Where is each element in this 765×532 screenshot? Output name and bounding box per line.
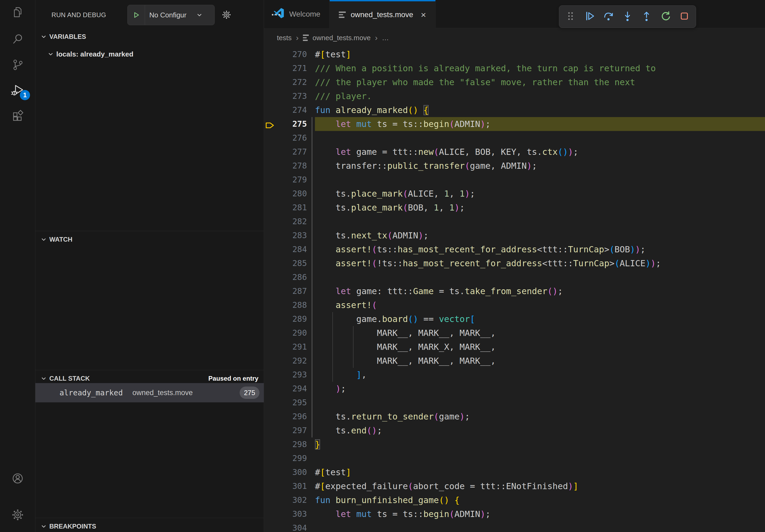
line-number[interactable]: 282 bbox=[277, 215, 307, 228]
line-number[interactable]: 299 bbox=[277, 451, 307, 465]
breakpoint-margin[interactable] bbox=[264, 103, 277, 117]
line-number[interactable]: 278 bbox=[277, 159, 307, 173]
line-number[interactable]: 297 bbox=[277, 423, 307, 437]
activity-item-source-control[interactable] bbox=[0, 53, 35, 78]
code-line-299[interactable]: 299 bbox=[264, 451, 765, 465]
breakpoint-margin[interactable] bbox=[264, 270, 277, 284]
line-number[interactable]: 289 bbox=[277, 312, 307, 326]
code-text[interactable]: ts.place_mark(ALICE, 1, 1); bbox=[315, 187, 765, 201]
breakpoint-margin[interactable] bbox=[264, 382, 277, 396]
breakpoint-margin[interactable] bbox=[264, 465, 277, 479]
stack-frame-row[interactable]: already_marked owned_tests.move 275 bbox=[35, 383, 264, 402]
code-line-296[interactable]: 296 ts.return_to_sender(game); bbox=[264, 409, 765, 423]
breadcrumb-item[interactable]: … bbox=[382, 34, 389, 42]
line-number[interactable]: 279 bbox=[277, 173, 307, 187]
code-text[interactable]: ts.return_to_sender(game); bbox=[315, 409, 765, 423]
code-text[interactable]: transfer::public_transfer(game, ADMIN); bbox=[315, 159, 765, 173]
breakpoint-margin[interactable] bbox=[264, 256, 277, 270]
breakpoint-margin[interactable] bbox=[264, 242, 277, 256]
code-text[interactable] bbox=[315, 270, 765, 284]
more-actions-icon[interactable] bbox=[272, 14, 280, 16]
code-text[interactable]: let mut ts = ts::begin(ADMIN); bbox=[315, 507, 765, 521]
breakpoint-margin[interactable] bbox=[264, 507, 277, 521]
code-line-302[interactable]: 302fun burn_unfinished_game() { bbox=[264, 493, 765, 507]
stop-button[interactable] bbox=[677, 9, 692, 24]
code-text[interactable]: game.board() == vector[ bbox=[315, 312, 765, 326]
step-out-button[interactable] bbox=[639, 9, 654, 24]
code-text[interactable] bbox=[315, 215, 765, 228]
step-over-button[interactable] bbox=[601, 9, 616, 24]
continue-button[interactable] bbox=[582, 9, 597, 24]
breakpoint-margin[interactable] bbox=[264, 479, 277, 493]
code-text[interactable]: assert!(!ts::has_most_recent_for_address… bbox=[315, 256, 765, 270]
line-number[interactable]: 295 bbox=[277, 396, 307, 409]
code-text[interactable]: #[test] bbox=[315, 465, 765, 479]
line-number[interactable]: 276 bbox=[277, 131, 307, 145]
line-number[interactable]: 274 bbox=[277, 103, 307, 117]
line-number[interactable]: 294 bbox=[277, 382, 307, 396]
code-line-292[interactable]: 292 MARK__, MARK__, MARK__, bbox=[264, 354, 765, 368]
line-number[interactable]: 303 bbox=[277, 507, 307, 521]
code-editor[interactable]: 270#[test]271/// When a position is alre… bbox=[264, 47, 765, 532]
code-text[interactable] bbox=[315, 451, 765, 465]
breakpoint-margin[interactable] bbox=[264, 47, 277, 61]
breakpoint-margin[interactable] bbox=[264, 131, 277, 145]
line-number[interactable]: 280 bbox=[277, 187, 307, 201]
line-number[interactable]: 290 bbox=[277, 326, 307, 340]
line-number[interactable]: 285 bbox=[277, 256, 307, 270]
code-line-304[interactable]: 304 bbox=[264, 521, 765, 532]
code-line-273[interactable]: 273/// player. bbox=[264, 89, 765, 103]
code-line-277[interactable]: 277 let game = ttt::new(ALICE, BOB, KEY,… bbox=[264, 145, 765, 159]
breakpoint-margin[interactable] bbox=[264, 228, 277, 242]
line-number[interactable]: 302 bbox=[277, 493, 307, 507]
breakpoint-margin[interactable] bbox=[264, 173, 277, 187]
breakpoint-margin[interactable] bbox=[264, 437, 277, 451]
section-variables[interactable]: VARIABLES bbox=[35, 30, 264, 43]
activity-item-extensions[interactable] bbox=[0, 104, 35, 130]
line-number[interactable]: 286 bbox=[277, 270, 307, 284]
activity-item-search[interactable] bbox=[0, 27, 35, 53]
tab-owned-tests-move[interactable]: owned_tests.move× bbox=[330, 0, 435, 28]
toolbar-drag-grip[interactable] bbox=[563, 9, 578, 24]
code-line-291[interactable]: 291 MARK__, MARK_X, MARK__, bbox=[264, 340, 765, 354]
code-text[interactable]: #[test] bbox=[315, 47, 765, 61]
breakpoint-margin[interactable] bbox=[264, 451, 277, 465]
code-line-282[interactable]: 282 bbox=[264, 215, 765, 228]
code-line-300[interactable]: 300#[test] bbox=[264, 465, 765, 479]
line-number[interactable]: 283 bbox=[277, 228, 307, 242]
code-line-293[interactable]: 293 ], bbox=[264, 368, 765, 382]
code-line-276[interactable]: 276 bbox=[264, 131, 765, 145]
line-number[interactable]: 288 bbox=[277, 298, 307, 312]
code-text[interactable]: let mut ts = ts::begin(ADMIN); bbox=[315, 117, 765, 131]
line-number[interactable]: 270 bbox=[277, 47, 307, 61]
code-text[interactable]: /// When a position is already marked, t… bbox=[315, 61, 765, 75]
line-number[interactable]: 272 bbox=[277, 75, 307, 89]
line-number[interactable]: 292 bbox=[277, 354, 307, 368]
breakpoint-margin[interactable] bbox=[264, 409, 277, 423]
breakpoint-margin[interactable] bbox=[264, 284, 277, 298]
start-debugging-icon[interactable] bbox=[128, 11, 145, 19]
breakpoint-margin[interactable] bbox=[264, 145, 277, 159]
line-number[interactable]: 300 bbox=[277, 465, 307, 479]
breakpoint-margin[interactable] bbox=[264, 326, 277, 340]
code-text[interactable]: let game = ttt::new(ALICE, BOB, KEY, ts.… bbox=[315, 145, 765, 159]
code-line-280[interactable]: 280 ts.place_mark(ALICE, 1, 1); bbox=[264, 187, 765, 201]
line-number[interactable]: 293 bbox=[277, 368, 307, 382]
activity-item-settings[interactable] bbox=[0, 502, 35, 528]
code-text[interactable]: ); bbox=[315, 382, 765, 396]
chevron-down-icon[interactable] bbox=[196, 12, 203, 19]
variables-scope-locals[interactable]: locals: already_marked bbox=[35, 47, 264, 61]
code-line-303[interactable]: 303 let mut ts = ts::begin(ADMIN); bbox=[264, 507, 765, 521]
breakpoint-margin[interactable] bbox=[264, 521, 277, 532]
breakpoint-margin[interactable] bbox=[264, 215, 277, 228]
code-text[interactable]: assert!( bbox=[315, 298, 765, 312]
code-line-284[interactable]: 284 assert!(ts::has_most_recent_for_addr… bbox=[264, 242, 765, 256]
code-text[interactable] bbox=[315, 396, 765, 409]
code-line-289[interactable]: 289 game.board() == vector[ bbox=[264, 312, 765, 326]
breakpoint-margin[interactable] bbox=[264, 493, 277, 507]
breakpoint-margin[interactable] bbox=[264, 201, 277, 215]
step-into-button[interactable] bbox=[620, 9, 635, 24]
code-line-270[interactable]: 270#[test] bbox=[264, 47, 765, 61]
line-number[interactable]: 271 bbox=[277, 61, 307, 75]
debug-config-button[interactable]: No Configur bbox=[127, 5, 215, 25]
